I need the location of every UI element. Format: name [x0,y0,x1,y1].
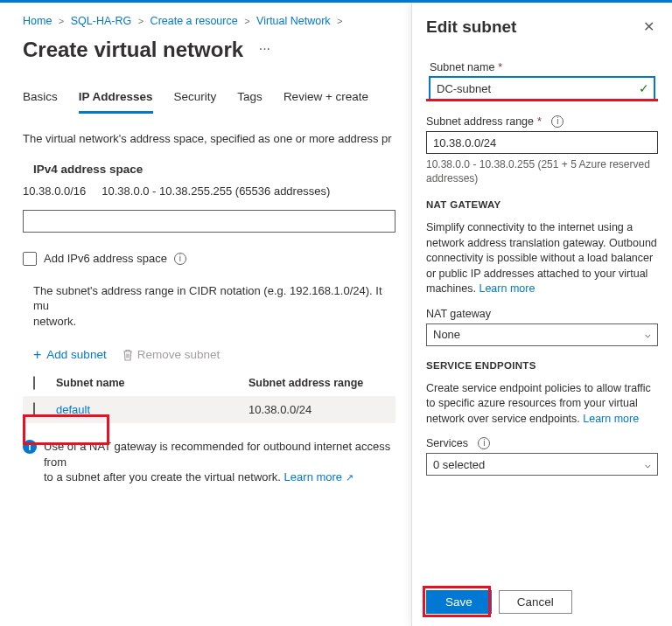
tab-security[interactable]: Security [174,87,217,114]
breadcrumb-rg[interactable]: SQL-HA-RG [71,15,131,27]
ipv6-label: Add IPv6 address space [44,252,167,265]
tab-ip-addresses[interactable]: IP Addresses [79,87,153,114]
services-label: Services i [426,437,658,449]
trash-icon [122,349,132,360]
learn-more-link[interactable]: Learn more ↗ [284,470,354,483]
main-content: Home > SQL-HA-RG > Create a resource > V… [0,3,411,626]
subnet-description: The subnet's address range in CIDR notat… [33,283,396,330]
col-subnet-name: Subnet name [56,377,248,389]
subnet-table-header: Subnet name Subnet address range [23,370,396,396]
tab-review[interactable]: Review + create [284,87,368,114]
cancel-button[interactable]: Cancel [499,590,572,614]
nat-gateway-value: None [433,328,460,341]
close-icon[interactable]: ✕ [640,17,658,37]
select-all-checkbox[interactable] [33,376,35,390]
breadcrumb-create[interactable]: Create a resource [150,15,238,27]
page-title: Create virtual network [23,38,243,62]
subnet-toolbar: + Add subnet Remove subnet [33,348,396,361]
nat-info-banner: i Use of a NAT gateway is recommended fo… [23,439,396,485]
external-link-icon: ↗ [346,472,354,483]
edit-subnet-panel: Edit subnet ✕ Subnet name* ✓ Subnet addr… [411,3,672,626]
add-subnet-button[interactable]: + Add subnet [33,348,107,361]
chevron-down-icon: ⌵ [645,459,651,470]
ipv4-range: 10.38.0.0 - 10.38.255.255 (65536 address… [102,184,330,198]
nat-gateway-select[interactable]: None ⌵ [426,323,658,346]
col-subnet-range: Subnet address range [248,377,363,389]
more-icon[interactable]: ··· [259,41,270,57]
save-button[interactable]: Save [426,590,492,614]
learn-more-link[interactable]: Learn more [479,282,535,295]
info-icon[interactable]: i [551,115,564,128]
subnet-range-hint: 10.38.0.0 - 10.38.0.255 (251 + 5 Azure r… [426,157,658,185]
breadcrumb: Home > SQL-HA-RG > Create a resource > V… [23,15,396,27]
service-endpoints-caption: SERVICE ENDPOINTS [426,360,658,371]
tab-basics[interactable]: Basics [23,87,58,114]
breadcrumb-vnet[interactable]: Virtual Network [256,15,331,27]
row-checkbox[interactable] [33,402,35,417]
learn-more-link[interactable]: Learn more [583,413,639,425]
ipv4-label: IPv4 address space [33,163,396,176]
info-icon[interactable]: i [478,437,490,449]
plus-icon: + [33,349,41,360]
service-endpoints-text: Create service endpoint policies to allo… [426,381,658,428]
table-row[interactable]: default 10.38.0.0/24 [23,396,396,423]
ipv4-add-input[interactable] [23,210,396,233]
subnet-name-input[interactable] [430,77,654,100]
services-select[interactable]: 0 selected ⌵ [426,453,658,476]
chevron-down-icon: ⌵ [645,329,651,340]
address-space-description: The virtual network's address space, spe… [23,131,396,147]
info-icon: i [23,440,37,454]
nat-gateway-text: Simplify connectivity to the internet us… [426,220,658,297]
subnet-range-value: 10.38.0.0/24 [248,403,312,416]
subnet-range-input[interactable] [426,131,658,154]
ipv4-address-row: 10.38.0.0/16 10.38.0.0 - 10.38.255.255 (… [23,184,396,198]
subnet-name-link[interactable]: default [56,403,90,416]
ipv6-checkbox[interactable] [23,252,37,266]
remove-subnet-button: Remove subnet [122,348,220,361]
subnet-name-label: Subnet name* [430,61,654,73]
nat-gateway-label: NAT gateway [426,308,658,320]
subnet-table: Subnet name Subnet address range default… [23,370,396,423]
breadcrumb-home[interactable]: Home [23,15,52,27]
ipv4-cidr: 10.38.0.0/16 [23,184,86,198]
subnet-range-label: Subnet address range* i [426,115,658,128]
tabs: Basics IP Addresses Security Tags Review… [23,87,396,114]
nat-gateway-caption: NAT GATEWAY [426,199,658,210]
panel-title: Edit subnet [426,17,516,37]
info-icon[interactable]: i [174,253,186,265]
services-value: 0 selected [433,458,485,471]
tab-tags[interactable]: Tags [237,87,262,114]
